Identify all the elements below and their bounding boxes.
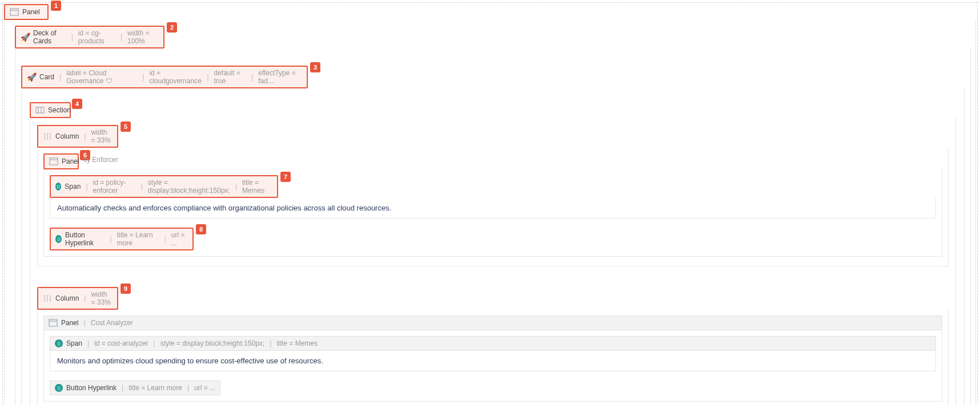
editor-canvas: Panel 1 🚀 Deck of Cards | id = cg-produc…: [2, 2, 978, 405]
svg-rect-13: [49, 319, 57, 326]
column-icon: [43, 294, 52, 303]
node-label: Section: [48, 106, 71, 114]
node-label: Panel: [62, 157, 79, 165]
node-span-1[interactable]: ⟨⟩ Span | id = policy-enforcer | style =: [50, 175, 936, 218]
node-label: Button Hyperlink: [66, 384, 117, 392]
annotation-badge: 7: [280, 172, 291, 182]
rocket-icon: 🚀: [21, 33, 30, 42]
node-attr: default = true: [214, 69, 247, 85]
node-attr: title = Learn more: [128, 384, 182, 392]
column-icon: [43, 132, 52, 141]
node-attr: title = Memes: [242, 179, 272, 195]
node-attr: id = policy-enforcer: [93, 179, 136, 195]
node-attr: style = display:block;height:150px;: [148, 179, 230, 195]
node-header-deck[interactable]: 🚀 Deck of Cards | id = cg-products | wid…: [15, 26, 164, 48]
node-attr: effectType = fad...: [258, 69, 302, 85]
span-icon: ⟨⟩: [55, 183, 61, 191]
annotation-badge: 9: [121, 284, 131, 294]
node-attr: label = Cloud Governance 🛡: [66, 69, 137, 85]
panel-title-ghost: cy Enforcer: [83, 156, 118, 164]
node-label: Column: [55, 132, 79, 140]
node-header-btnlink-2[interactable]: ⟨⟩ Button Hyperlink | title = Learn more…: [50, 380, 220, 395]
node-button-hyperlink-2[interactable]: ⟨⟩ Button Hyperlink | title = Learn more…: [50, 380, 936, 395]
panel-icon: [49, 318, 58, 327]
node-header-btnlink[interactable]: ⟨⟩ Button Hyperlink | title = Learn more…: [50, 228, 194, 250]
panel-title: Cost Analyzer: [91, 319, 133, 327]
node-panel-inner-1[interactable]: Panel 6 cy Enforcer: [43, 153, 942, 257]
node-attr: width = 33%: [91, 290, 113, 306]
node-header-panel-inner[interactable]: Panel: [43, 153, 79, 169]
node-attr: id = cg-products: [78, 29, 115, 45]
link-icon: ⟨⟩: [55, 384, 63, 392]
node-header-column[interactable]: Column | width = 33%: [37, 287, 118, 310]
node-header-panel-inner-2[interactable]: Panel | Cost Analyzer: [43, 315, 942, 330]
node-attr: style = display:block;height:150px;: [160, 339, 264, 347]
svg-rect-0: [10, 9, 18, 15]
node-section[interactable]: Section 4: [30, 102, 956, 405]
annotation-badge: 1: [51, 1, 61, 11]
node-attr: title = Memes: [276, 339, 318, 347]
span-content: Automatically checks and enforces compli…: [50, 198, 936, 218]
svg-rect-8: [50, 158, 58, 165]
annotation-badge: 8: [196, 224, 206, 234]
node-header-column[interactable]: Column | width = 33%: [37, 125, 118, 148]
node-button-hyperlink-1[interactable]: ⟨⟩ Button Hyperlink | title = Learn more…: [50, 228, 936, 250]
node-panel-root[interactable]: Panel 1 🚀 Deck of Cards | id = cg-produc…: [4, 4, 976, 405]
node-card[interactable]: 🚀 Card | label = Cloud Governance 🛡 | id…: [21, 66, 965, 405]
node-header-panel[interactable]: Panel: [4, 4, 49, 20]
span-content: Monitors and optimizes cloud spending to…: [50, 351, 936, 371]
panel-icon: [10, 7, 19, 17]
node-header-span[interactable]: ⟨⟩ Span | id = policy-enforcer | style =: [50, 175, 278, 198]
section-icon: [35, 106, 45, 115]
node-attr: title = Learn more: [117, 231, 159, 247]
annotation-badge: 4: [72, 99, 82, 109]
annotation-badge: 2: [167, 22, 177, 33]
panel-icon: [49, 157, 58, 166]
node-attr: url = ...: [171, 231, 188, 247]
annotation-badge: 5: [121, 122, 131, 132]
node-header-card[interactable]: 🚀 Card | label = Cloud Governance 🛡 | id…: [21, 66, 308, 88]
node-attr: id = cloudgovernance: [149, 69, 202, 85]
node-panel-inner-2[interactable]: Panel | Cost Analyzer: [43, 315, 942, 402]
node-attr: width = 33%: [91, 128, 113, 144]
node-label: Column: [55, 294, 79, 302]
span-icon: ⟨⟩: [55, 339, 63, 347]
node-column-1[interactable]: Column | width = 33% 5: [37, 125, 949, 266]
node-attr: url = ...: [194, 384, 215, 392]
rocket-icon: 🚀: [27, 72, 36, 82]
node-label: Button Hyperlink: [65, 231, 105, 247]
node-deck[interactable]: 🚀 Deck of Cards | id = cg-products | wid…: [15, 26, 971, 405]
node-label: Card: [39, 73, 54, 81]
node-column-2[interactable]: Column | width = 33% 9: [37, 287, 949, 405]
node-label: Deck of Cards: [33, 29, 66, 45]
node-label: Panel: [22, 8, 40, 16]
node-span-2[interactable]: ⟨⟩ Span | id = cost-analyzer | style = d…: [50, 336, 936, 371]
node-label: Span: [66, 339, 82, 347]
node-label: Panel: [61, 319, 79, 327]
node-header-span-2[interactable]: ⟨⟩ Span | id = cost-analyzer | style = d…: [50, 336, 936, 351]
node-header-section[interactable]: Section: [30, 102, 71, 118]
svg-rect-2: [36, 107, 44, 113]
node-attr: id = cost-analyzer: [94, 339, 148, 347]
node-label: Span: [65, 183, 81, 191]
annotation-badge: 3: [310, 62, 320, 72]
node-attr: width = 100%: [127, 29, 159, 45]
link-icon: ⟨⟩: [55, 235, 62, 243]
